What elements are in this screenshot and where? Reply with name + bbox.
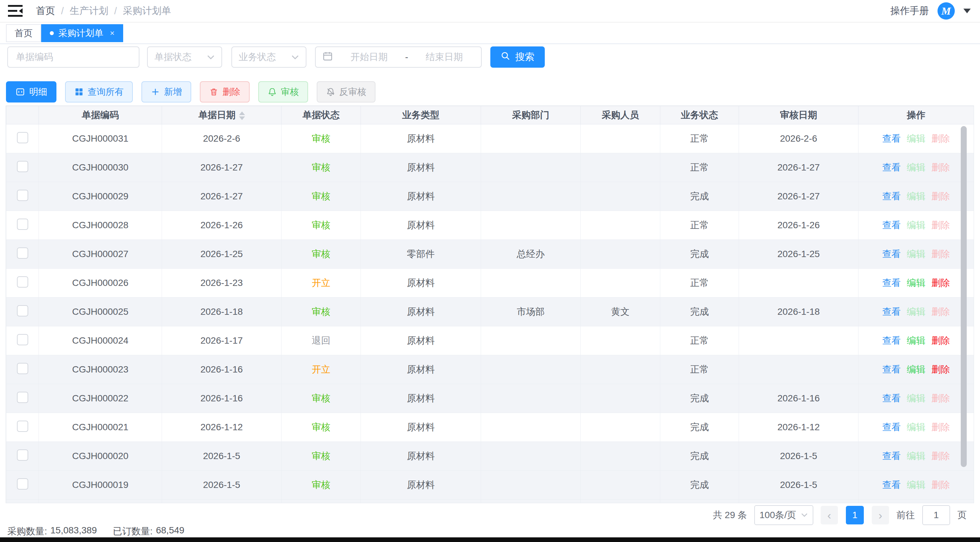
view-link[interactable]: 查看 [882,421,901,434]
row-checkbox[interactable] [17,450,28,461]
row-checkbox[interactable] [17,190,28,201]
delete-link[interactable]: 删除 [932,450,950,463]
goto-page-input[interactable]: 1 [922,505,950,525]
edit-link[interactable]: 编辑 [907,363,926,376]
view-link[interactable]: 查看 [882,306,901,318]
edit-link[interactable]: 编辑 [907,479,926,491]
table-row: CGJH0000222026-1-16审核原材料完成2026-1-16查看编辑删… [6,384,974,413]
edit-link[interactable]: 编辑 [907,421,926,434]
view-link[interactable]: 查看 [882,219,901,231]
delete-link[interactable]: 删除 [932,306,950,318]
cell-person [581,182,660,211]
action-toolbar: 明细查询所有新增删除审核反审核 [6,81,375,103]
query-all-button[interactable]: 查询所有 [65,81,133,103]
unaudit-button[interactable]: 反审核 [317,81,375,103]
delete-link[interactable]: 删除 [932,421,950,434]
delete-link[interactable]: 删除 [932,334,950,347]
row-checkbox[interactable] [17,392,28,403]
cell-empty [581,499,660,504]
sort-carets-icon[interactable] [239,111,245,120]
add-button[interactable]: 新增 [142,81,191,103]
row-checkbox[interactable] [17,305,28,317]
cell-person [581,269,660,298]
view-link[interactable]: 查看 [882,161,901,174]
delete-link[interactable]: 删除 [932,219,950,231]
row-checkbox[interactable] [17,421,28,432]
delete-link[interactable]: 删除 [932,161,950,174]
row-checkbox[interactable] [17,478,28,490]
menu-collapse-icon[interactable] [8,5,22,17]
row-checkbox[interactable] [17,161,28,172]
audit-button[interactable]: 审核 [258,81,308,103]
vertical-scrollbar-thumb[interactable] [961,126,967,467]
delete-link[interactable]: 删除 [932,190,950,203]
cell-dept: 市场部 [481,298,581,326]
edit-link[interactable]: 编辑 [907,306,926,318]
edit-link[interactable]: 编辑 [907,334,926,347]
manual-link[interactable]: 操作手册 [890,4,929,17]
biz-status-select[interactable]: 业务状态 [231,46,306,68]
view-link[interactable]: 查看 [882,132,901,145]
tab-home[interactable]: 首页 [6,24,41,42]
detail-button[interactable]: 明细 [6,81,56,103]
view-link[interactable]: 查看 [882,450,901,463]
column-header-采购部门: 采购部门 [481,106,581,124]
view-link[interactable]: 查看 [882,277,901,289]
row-checkbox[interactable] [17,276,28,288]
view-link[interactable]: 查看 [882,248,901,260]
view-link[interactable]: 查看 [882,392,901,405]
row-checkbox[interactable] [17,247,28,259]
total-count: 共 29 条 [713,509,747,521]
edit-link[interactable]: 编辑 [907,450,926,463]
cell-doc-code: CGJH000020 [39,442,162,471]
column-label: 单据状态 [302,110,340,120]
delete-link[interactable]: 删除 [932,277,950,289]
next-page-button[interactable]: › [872,506,889,525]
edit-link[interactable]: 编辑 [907,132,926,145]
cell-doc-code: CGJH000025 [39,298,162,326]
current-page-button[interactable]: 1 [846,506,864,525]
close-icon[interactable]: × [110,29,115,38]
table-row: CGJH0000232026-1-16开立原材料正常查看编辑删除 [6,355,974,384]
user-menu-caret-icon[interactable] [963,9,971,13]
cell-checkbox: 查看编辑删除 [859,124,974,153]
delete-link[interactable]: 删除 [932,479,950,491]
breadcrumb-item[interactable]: 首页 [36,4,55,17]
edit-link[interactable]: 编辑 [907,190,926,203]
table-row: CGJH0000242026-1-17退回原材料正常查看编辑删除 [6,326,974,355]
prev-page-button[interactable]: ‹ [821,506,838,525]
doc-code-input[interactable]: 单据编码 [7,46,140,68]
delete-link[interactable]: 删除 [932,132,950,145]
view-link[interactable]: 查看 [882,190,901,203]
view-link[interactable]: 查看 [882,479,901,491]
doc-status-select[interactable]: 单据状态 [147,46,222,68]
date-range-picker[interactable]: 开始日期 - 结束日期 [315,46,482,68]
edit-link[interactable]: 编辑 [907,219,926,231]
search-button[interactable]: 搜索 [490,46,545,68]
edit-link[interactable]: 编辑 [907,277,926,289]
view-link[interactable]: 查看 [882,334,901,347]
delete-link[interactable]: 删除 [932,363,950,376]
avatar[interactable]: M [937,2,955,19]
delete-link[interactable]: 删除 [932,392,950,405]
edit-link[interactable]: 编辑 [907,161,926,174]
row-checkbox[interactable] [17,132,28,143]
row-checkbox[interactable] [17,219,28,230]
view-link[interactable]: 查看 [882,363,901,376]
row-checkbox[interactable] [17,363,28,374]
button-label: 明细 [29,86,47,98]
row-checkbox[interactable] [17,334,28,345]
table-row: CGJH0000312026-2-6审核原材料正常2026-2-6查看编辑删除 [6,124,974,153]
cell-doc-status: 审核 [282,124,361,153]
delete-link[interactable]: 删除 [932,248,950,260]
button-label: 查询所有 [88,86,124,98]
breadcrumb-item[interactable]: 采购计划单 [123,4,171,17]
goto-label: 前往 [896,509,915,521]
page-size-select[interactable]: 100条/页 [754,505,813,525]
tab-active[interactable]: 采购计划单× [41,24,123,42]
edit-link[interactable]: 编辑 [907,392,926,405]
column-header-单据日期[interactable]: 单据日期 [162,106,282,124]
edit-link[interactable]: 编辑 [907,248,926,260]
breadcrumb-item[interactable]: 生产计划 [70,4,108,17]
delete-button[interactable]: 删除 [200,81,250,103]
